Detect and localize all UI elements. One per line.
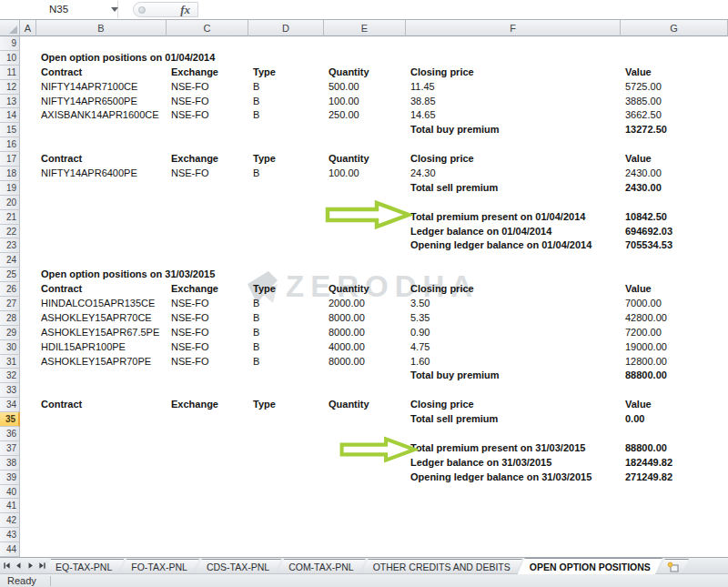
cell-E34[interactable]: Quantity: [324, 398, 369, 412]
insert-function-icon[interactable]: fx: [180, 3, 190, 17]
cell-C29[interactable]: NSE-FO: [167, 326, 209, 340]
cell-G37[interactable]: 88800.00: [621, 441, 667, 456]
row-header-39[interactable]: 39: [0, 471, 20, 485]
cell-D12[interactable]: B: [248, 80, 259, 95]
cell-F34[interactable]: Closing price: [406, 398, 474, 412]
worksheet-grid[interactable]: ABCDEFG 91011121314151617181920212223242…: [0, 20, 728, 557]
row-header-26[interactable]: 26: [0, 282, 20, 297]
cell-D18[interactable]: B: [248, 167, 259, 181]
cell-G32[interactable]: 88800.00: [621, 369, 667, 383]
cell-G13[interactable]: 3885.00: [621, 95, 662, 109]
cell-B26[interactable]: Contract: [36, 282, 82, 297]
row-header-34[interactable]: 34: [0, 398, 20, 412]
row-header-43[interactable]: 43: [0, 528, 20, 542]
cell-G15[interactable]: 13272.50: [621, 123, 667, 137]
first-sheet-button[interactable]: [2, 559, 12, 572]
row-header-14[interactable]: 14: [0, 108, 20, 123]
column-header-A[interactable]: A: [20, 20, 36, 36]
row-header-28[interactable]: 28: [0, 311, 20, 326]
row-header-41[interactable]: 41: [0, 499, 20, 513]
cell-F11[interactable]: Closing price: [406, 66, 474, 80]
cell-F29[interactable]: 0.90: [406, 326, 430, 340]
cell-G39[interactable]: 271249.82: [621, 471, 672, 485]
cell-F22[interactable]: Ledger balance on 01/04/2014: [406, 225, 551, 239]
cell-B11[interactable]: Contract: [36, 66, 82, 80]
cell-F31[interactable]: 1.60: [406, 355, 430, 369]
cell-E31[interactable]: 8000.00: [324, 355, 365, 369]
cell-G22[interactable]: 694692.03: [621, 225, 672, 239]
sheet-tab-open-option-positions[interactable]: OPEN OPTION POSITIONS: [518, 558, 662, 574]
cell-G38[interactable]: 182449.82: [621, 456, 672, 471]
cell-D27[interactable]: B: [248, 297, 259, 311]
row-header-11[interactable]: 11: [0, 66, 20, 80]
cell-G31[interactable]: 12800.00: [621, 355, 667, 369]
next-sheet-button[interactable]: [25, 559, 35, 572]
select-all-corner[interactable]: [0, 20, 20, 36]
cell-G29[interactable]: 7200.00: [621, 326, 662, 340]
cell-F39[interactable]: Opening ledger balance on 31/03/2015: [406, 471, 592, 485]
cell-C31[interactable]: NSE-FO: [167, 355, 209, 369]
cell-C13[interactable]: NSE-FO: [167, 95, 209, 109]
cell-E17[interactable]: Quantity: [324, 152, 369, 167]
cell-E26[interactable]: Quantity: [324, 282, 369, 297]
cell-B12[interactable]: NIFTY14APR7100CE: [36, 80, 137, 95]
cell-D31[interactable]: B: [248, 355, 259, 369]
cell-F13[interactable]: 38.85: [406, 95, 436, 109]
column-header-B[interactable]: B: [36, 20, 167, 36]
cell-G28[interactable]: 42800.00: [621, 311, 667, 326]
cell-D28[interactable]: B: [248, 311, 259, 326]
cell-F27[interactable]: 3.50: [406, 297, 430, 311]
name-box-dropdown-icon[interactable]: [111, 7, 118, 12]
cell-E27[interactable]: 2000.00: [324, 297, 365, 311]
cell-G18[interactable]: 2430.00: [621, 167, 662, 181]
cell-C11[interactable]: Exchange: [167, 66, 218, 80]
sheet-tab-eq-tax-pnl[interactable]: EQ-TAX-PNL: [44, 559, 124, 574]
cell-F18[interactable]: 24.30: [406, 167, 436, 181]
cell-F37[interactable]: Total premium present on 31/03/2015: [406, 441, 585, 456]
sheet-tab-other-credits-and-debits[interactable]: OTHER CREDITS AND DEBITS: [361, 559, 522, 574]
cell-F35[interactable]: Total sell premium: [406, 412, 498, 427]
cell-B13[interactable]: NIFTY14APR6500PE: [36, 95, 137, 109]
row-header-23[interactable]: 23: [0, 238, 20, 253]
cell-B10[interactable]: Open option positions on 01/04/2014: [36, 51, 215, 66]
cell-F17[interactable]: Closing price: [406, 152, 474, 167]
cell-E29[interactable]: 8000.00: [324, 326, 365, 340]
row-header-17[interactable]: 17: [0, 152, 20, 167]
formula-input[interactable]: [199, 1, 728, 18]
cell-C30[interactable]: NSE-FO: [167, 340, 209, 355]
cell-F14[interactable]: 14.65: [406, 108, 436, 123]
cell-F19[interactable]: Total sell premium: [406, 181, 498, 196]
row-header-31[interactable]: 31: [0, 355, 20, 369]
cell-B34[interactable]: Contract: [36, 398, 82, 412]
cell-B18[interactable]: NIFTY14APR6400PE: [36, 167, 137, 181]
cell-G19[interactable]: 2430.00: [621, 181, 662, 196]
name-box[interactable]: N35: [0, 1, 118, 18]
row-header-12[interactable]: 12: [0, 80, 20, 95]
cell-F26[interactable]: Closing price: [406, 282, 474, 297]
cell-B28[interactable]: ASHOKLEY15APR70CE: [36, 311, 152, 326]
cell-B25[interactable]: Open option positions on 31/03/2015: [36, 268, 215, 282]
cell-G34[interactable]: Value: [621, 398, 652, 412]
row-header-9[interactable]: 9: [0, 36, 20, 51]
cell-G11[interactable]: Value: [621, 66, 652, 80]
row-header-42[interactable]: 42: [0, 513, 20, 528]
cell-C27[interactable]: NSE-FO: [167, 297, 209, 311]
cell-F23[interactable]: Opening ledger balance on 01/04/2014: [406, 238, 592, 253]
cell-E12[interactable]: 500.00: [324, 80, 359, 95]
column-header-C[interactable]: C: [167, 20, 248, 36]
row-header-29[interactable]: 29: [0, 326, 20, 340]
row-header-44[interactable]: 44: [0, 542, 20, 557]
cell-G21[interactable]: 10842.50: [621, 210, 667, 225]
cell-B29[interactable]: ASHOKLEY15APR67.5PE: [36, 326, 159, 340]
row-header-13[interactable]: 13: [0, 95, 20, 109]
insert-worksheet-tab[interactable]: [658, 559, 689, 574]
cell-E11[interactable]: Quantity: [324, 66, 369, 80]
cell-C17[interactable]: Exchange: [167, 152, 218, 167]
cell-G14[interactable]: 3662.50: [621, 108, 662, 123]
cell-F28[interactable]: 5.35: [406, 311, 430, 326]
cell-E13[interactable]: 100.00: [324, 95, 359, 109]
cell-B27[interactable]: HINDALCO15APR135CE: [36, 297, 155, 311]
cell-C18[interactable]: NSE-FO: [167, 167, 209, 181]
row-header-15[interactable]: 15: [0, 123, 20, 137]
row-header-21[interactable]: 21: [0, 210, 20, 225]
